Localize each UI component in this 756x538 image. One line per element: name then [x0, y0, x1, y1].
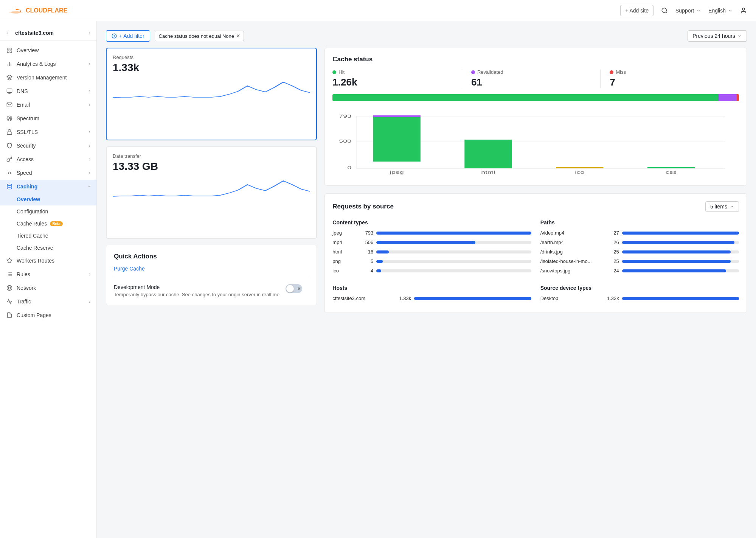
dev-mode-text: Development Mode Temporarily bypass our … [114, 284, 281, 297]
svg-rect-17 [7, 132, 12, 134]
source-label: /earth.mp4 [540, 239, 601, 245]
svg-rect-7 [7, 51, 9, 53]
topnav-actions: + Add site Support English [620, 5, 747, 16]
add-filter-button[interactable]: + Add filter [106, 30, 150, 42]
sidebar-item-rules[interactable]: Rules › [0, 267, 96, 281]
sidebar-sub-item-caching-overview[interactable]: Overview [0, 193, 96, 205]
quick-actions-card: Quick Actions Purge Cache Development Mo… [106, 245, 317, 305]
chevron-down-icon: › [89, 299, 90, 304]
dev-mode-description: Temporarily bypass our cache. See change… [114, 292, 281, 297]
sidebar-item-version[interactable]: Version Management [0, 71, 96, 84]
source-bar-fill [376, 269, 381, 272]
workers-icon [6, 257, 13, 264]
sidebar-sub-item-configuration[interactable]: Configuration [0, 205, 96, 218]
source-bar-bg [622, 241, 739, 244]
speed-icon [6, 169, 13, 176]
dev-mode-row: Development Mode Temporarily bypass our … [114, 284, 309, 297]
cache-revalidated-metric: Revalidated 61 [471, 69, 601, 88]
sidebar-item-dns[interactable]: DNS › [0, 84, 96, 98]
dns-icon [6, 88, 13, 95]
svg-rect-39 [373, 115, 421, 117]
time-picker[interactable]: Previous 24 hours [688, 30, 747, 42]
source-value: 24 [604, 268, 619, 274]
source-bar-bg [376, 250, 531, 253]
sidebar-item-security[interactable]: Security › [0, 139, 96, 152]
sidebar: ← cftestsite3.com › Overview Analytics &… [0, 21, 97, 538]
svg-text:500: 500 [339, 139, 352, 143]
revalidated-bar-segment [718, 94, 737, 101]
source-row: /drinks.jpg 25 [540, 249, 739, 255]
top-bar: + Add filter Cache status does not equal… [106, 30, 747, 42]
sidebar-item-label: SSL/TLS [17, 129, 85, 135]
source-value: 5 [358, 258, 373, 264]
source-device-section: Source device types Desktop 1.33k [540, 285, 739, 305]
sidebar-item-speed[interactable]: Speed › [0, 166, 96, 180]
purge-cache-link[interactable]: Purge Cache [114, 266, 309, 272]
dev-mode-toggle[interactable]: ✕ [286, 284, 302, 293]
language-button[interactable]: English [708, 8, 733, 14]
source-bar-bg [414, 297, 531, 300]
rules-icon [6, 271, 13, 278]
sidebar-sub-item-cache-reserve[interactable]: Cache Reserve [0, 242, 96, 254]
beta-badge: Beta [50, 221, 63, 226]
pages-icon [6, 312, 13, 319]
source-value: 27 [604, 230, 619, 236]
sidebar-item-network[interactable]: Network [0, 281, 96, 295]
sidebar-item-label: Custom Pages [17, 312, 90, 318]
source-row: /snowtops.jpg 24 [540, 268, 739, 274]
source-row: jpeg 793 [332, 230, 531, 236]
transfer-label: Data transfer [113, 153, 310, 159]
source-row: ico 4 [332, 268, 531, 274]
svg-point-2 [662, 8, 666, 12]
sidebar-item-overview[interactable]: Overview [0, 44, 96, 57]
svg-text:css: css [666, 170, 677, 174]
sidebar-item-analytics[interactable]: Analytics & Logs › [0, 57, 96, 71]
hit-value: 1.26k [332, 76, 453, 88]
add-site-button[interactable]: + Add site [620, 5, 654, 16]
hit-dot [332, 70, 336, 74]
svg-rect-38 [373, 116, 421, 162]
caching-icon [6, 183, 13, 190]
source-row: cftestsite3.com 1.33k [332, 295, 531, 301]
sidebar-back-button[interactable]: ← [6, 30, 12, 36]
shield-icon [6, 142, 13, 149]
support-button[interactable]: Support [675, 8, 701, 14]
sidebar-sub-item-tiered-cache[interactable]: Tiered Cache [0, 230, 96, 242]
remove-filter-button[interactable]: × [236, 33, 240, 39]
logo[interactable]: CLOUDFLARE [9, 6, 67, 15]
miss-value: 7 [610, 76, 730, 88]
sidebar-item-email[interactable]: Email › [0, 98, 96, 112]
sidebar-item-traffic[interactable]: Traffic › [0, 295, 96, 308]
sidebar-item-workers-routes[interactable]: Workers Routes [0, 254, 96, 267]
app-layout: ← cftestsite3.com › Overview Analytics &… [0, 21, 756, 538]
source-bar-bg [622, 250, 739, 253]
sidebar-item-access[interactable]: Access › [0, 152, 96, 166]
lock-icon [6, 129, 13, 135]
spectrum-icon [6, 115, 13, 122]
hit-label: Hit [332, 69, 453, 75]
main-content: + Add filter Cache status does not equal… [97, 21, 756, 538]
sidebar-item-ssl[interactable]: SSL/TLS › [0, 125, 96, 139]
source-value: 1.33k [396, 295, 411, 301]
miss-label: Miss [610, 69, 730, 75]
active-filter-tag: Cache status does not equal None × [155, 31, 244, 41]
svg-text:0: 0 [348, 165, 352, 170]
svg-line-3 [666, 12, 667, 13]
hit-bar-segment [332, 94, 718, 101]
user-button[interactable] [740, 7, 747, 14]
source-label: html [332, 249, 355, 255]
sidebar-item-custom-pages[interactable]: Custom Pages [0, 308, 96, 322]
source-value: 25 [604, 258, 619, 264]
sidebar-sub-item-cache-rules[interactable]: Cache Rules Beta [0, 218, 96, 230]
svg-rect-43 [556, 167, 603, 168]
items-dropdown[interactable]: 5 items [705, 201, 739, 212]
search-button[interactable] [661, 7, 668, 14]
source-row: mp4 506 [332, 239, 531, 245]
source-value: 4 [358, 268, 373, 274]
sidebar-domain: cftestsite3.com [15, 30, 54, 36]
sidebar-item-spectrum[interactable]: Spectrum [0, 112, 96, 125]
grid-icon [6, 47, 13, 54]
hosts-title: Hosts [332, 285, 531, 291]
sidebar-item-caching[interactable]: Caching › [0, 180, 96, 193]
source-value: 1.33k [604, 295, 619, 301]
